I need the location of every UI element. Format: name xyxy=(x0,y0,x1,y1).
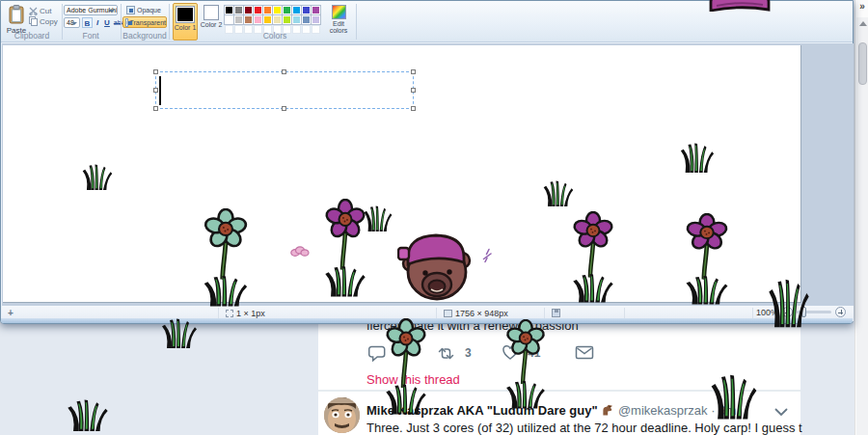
palette-swatch[interactable] xyxy=(244,15,253,24)
transparent-icon xyxy=(125,18,128,27)
tweet-time-separator: · xyxy=(711,403,715,418)
palette-swatch[interactable] xyxy=(273,15,282,24)
like-count[interactable]: 41 xyxy=(528,346,540,360)
palette-swatch[interactable] xyxy=(225,15,233,24)
palette-swatch[interactable] xyxy=(273,6,282,14)
zoom-level-value: 100% xyxy=(756,308,778,317)
palette-swatch[interactable] xyxy=(312,6,320,14)
scroll-up-arrow-icon[interactable] xyxy=(859,21,867,26)
zoom-slider[interactable] xyxy=(797,311,831,313)
selection-size-icon xyxy=(226,310,233,317)
tweet-menu-chevron-icon[interactable] xyxy=(774,408,788,417)
palette-swatch[interactable] xyxy=(292,6,301,14)
zoom-out-button[interactable] xyxy=(782,307,793,317)
copy-icon xyxy=(29,16,38,26)
page-scrollbar[interactable] xyxy=(856,17,868,435)
file-size-icon xyxy=(552,309,560,317)
color1-swatch xyxy=(176,6,195,23)
retweet-icon[interactable] xyxy=(436,346,456,361)
palette-swatch[interactable] xyxy=(302,15,311,24)
palette-swatch[interactable] xyxy=(234,6,243,14)
palette-swatch[interactable] xyxy=(263,15,272,24)
tweet-divider xyxy=(318,390,800,392)
underline-button[interactable]: U xyxy=(102,17,112,28)
colors-group-label: Colors xyxy=(225,31,325,41)
opaque-option[interactable]: Opaque xyxy=(124,5,165,15)
bold-button[interactable]: B xyxy=(82,17,93,28)
dinosaur-emoji xyxy=(601,404,614,416)
avatar-photo xyxy=(324,397,360,433)
transparent-option[interactable]: Transparent xyxy=(122,16,167,28)
background-group-label: Background xyxy=(122,31,167,41)
palette-swatch[interactable] xyxy=(254,6,262,14)
palette-swatch[interactable] xyxy=(283,6,291,14)
retweet-count[interactable]: 3 xyxy=(465,346,472,360)
show-thread-link[interactable]: Show this thread xyxy=(366,372,460,387)
scrollbar-thumb[interactable] xyxy=(858,42,867,85)
image-size-value: 1756 × 948px xyxy=(455,309,508,318)
tweet-author-name[interactable]: Mike Kasprzak AKA "Ludum Dare guy" xyxy=(366,403,598,418)
font-family-combo[interactable]: Adobe Gurmukhi xyxy=(64,5,118,15)
scissors-icon xyxy=(29,7,38,15)
paint-ribbon: Paste Cut Copy Clipboard xyxy=(1,1,853,42)
window-bottom-frame xyxy=(1,318,853,323)
canvas-surround xyxy=(2,43,854,305)
tweet-header: Mike Kasprzak AKA "Ludum Dare guy" @mike… xyxy=(366,403,772,418)
reply-icon[interactable] xyxy=(368,345,387,362)
dropdown-arrow-icon xyxy=(71,22,77,25)
opaque-icon xyxy=(126,6,135,14)
image-size-icon xyxy=(444,310,452,317)
palette-swatch[interactable] xyxy=(312,15,320,24)
edit-colors-icon xyxy=(332,5,346,19)
palette-swatch[interactable] xyxy=(254,15,262,24)
selection-size-value: 1 × 1px xyxy=(236,309,265,318)
copy-button[interactable]: Copy xyxy=(29,16,61,26)
palette-swatch[interactable] xyxy=(244,6,253,14)
text-selection-box[interactable] xyxy=(155,71,414,109)
screen: fiercely hate it with a renewed passion … xyxy=(0,0,868,435)
palette-swatch[interactable] xyxy=(234,15,243,24)
font-size-combo[interactable]: 48 xyxy=(64,17,80,28)
zoom-in-button[interactable] xyxy=(835,307,846,317)
paint-canvas[interactable] xyxy=(3,45,801,303)
direct-message-icon[interactable] xyxy=(575,345,594,360)
color2-button[interactable]: Color 2 xyxy=(200,3,223,41)
color1-button[interactable]: Color 1 xyxy=(173,3,198,41)
palette-swatch[interactable] xyxy=(302,6,311,14)
color2-swatch xyxy=(203,5,219,20)
palette-swatch[interactable] xyxy=(263,6,272,14)
like-icon[interactable] xyxy=(502,344,519,361)
tweet-body-text: Three. Just 3 cores (of 32) utilized at … xyxy=(366,421,802,435)
cursor-position-icon: + xyxy=(8,308,14,318)
dropdown-arrow-icon xyxy=(109,10,115,13)
clipboard-icon xyxy=(9,5,24,24)
edit-colors-button[interactable]: Edit colors xyxy=(325,3,352,41)
avatar[interactable] xyxy=(324,397,360,433)
text-caret xyxy=(159,76,161,105)
palette-swatch[interactable] xyxy=(283,15,291,24)
font-group-label: Font xyxy=(63,31,119,41)
paint-window: Paste Cut Copy Clipboard xyxy=(0,0,854,324)
clipboard-group-label: Clipboard xyxy=(3,31,61,41)
cut-button[interactable]: Cut xyxy=(29,6,61,15)
tweet-author-handle[interactable]: @mikekasprzak xyxy=(618,403,708,418)
italic-button[interactable]: I xyxy=(94,17,101,28)
color-palette xyxy=(225,6,320,34)
bookmarks-overflow-chevron[interactable]: » xyxy=(855,1,868,12)
palette-swatch[interactable] xyxy=(292,15,301,24)
zoom-slider-thumb[interactable] xyxy=(801,307,806,317)
browser-edge: » xyxy=(854,0,868,435)
palette-swatch[interactable] xyxy=(225,6,233,14)
tweet-timestamp[interactable]: 9m xyxy=(719,403,736,418)
